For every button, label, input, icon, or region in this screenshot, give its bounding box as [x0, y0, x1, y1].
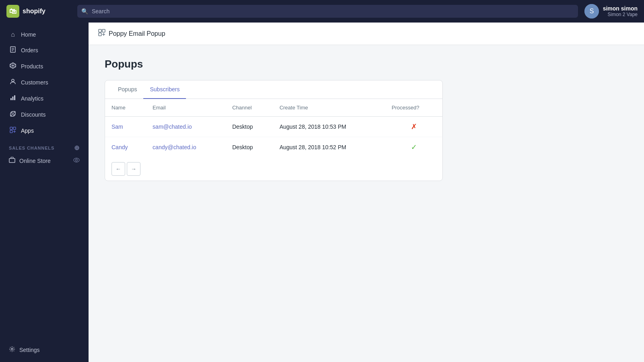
- page-title: Popups: [105, 58, 628, 70]
- sidebar-item-discounts[interactable]: Discounts: [2, 107, 86, 122]
- settings-icon: [9, 346, 15, 354]
- sidebar-item-apps-label: Apps: [21, 128, 34, 134]
- cell-channel-0: Desktop: [226, 117, 273, 137]
- sidebar-item-products-label: Products: [21, 63, 43, 70]
- breadcrumb-app-icon: [98, 29, 105, 38]
- sidebar-item-online-store-label: Online Store: [19, 158, 51, 164]
- home-icon: ⌂: [9, 31, 17, 38]
- sidebar-item-discounts-label: Discounts: [21, 111, 45, 118]
- subscribers-table: Name Email Channel Create Time Processed…: [105, 99, 442, 157]
- col-header-processed: Processed?: [385, 99, 442, 117]
- svg-point-23: [74, 158, 79, 162]
- svg-point-24: [76, 159, 78, 161]
- user-area: S simon simon Simon 2 Vape: [584, 4, 638, 19]
- search-icon: 🔍: [81, 8, 88, 14]
- svg-rect-12: [12, 97, 14, 100]
- cross-icon: ✗: [411, 123, 417, 131]
- col-header-name: Name: [105, 99, 146, 117]
- sidebar-item-online-store[interactable]: Online Store: [2, 153, 86, 168]
- subscribers-card: Popups Subscribers Name Email Channel Cr…: [105, 80, 443, 181]
- cell-name-1[interactable]: Candy: [105, 137, 146, 158]
- svg-point-25: [11, 348, 13, 350]
- cell-email-1[interactable]: candy@chated.io: [146, 137, 226, 158]
- top-nav: 🛍 shopify 🔍 S simon simon Simon 2 Vape: [0, 0, 644, 23]
- cell-email-0[interactable]: sam@chated.io: [146, 117, 226, 137]
- svg-rect-27: [102, 29, 105, 32]
- cell-name-0[interactable]: Sam: [105, 117, 146, 137]
- svg-rect-13: [14, 95, 15, 100]
- svg-rect-28: [99, 33, 101, 36]
- cell-processed-0: ✗: [385, 117, 442, 137]
- add-sales-channel-icon[interactable]: ⊕: [74, 144, 80, 152]
- sidebar-settings-label: Settings: [19, 347, 40, 353]
- sidebar-item-apps[interactable]: Apps: [2, 123, 86, 138]
- sales-channels-label: SALES CHANNELS ⊕: [0, 139, 89, 153]
- svg-rect-26: [99, 29, 101, 32]
- user-info: simon simon Simon 2 Vape: [603, 5, 638, 17]
- page-header: Poppy Email Popup: [89, 23, 644, 45]
- col-header-create-time: Create Time: [273, 99, 385, 117]
- tab-popups[interactable]: Popups: [111, 80, 143, 99]
- orders-icon: [9, 46, 17, 54]
- table-row: Sam sam@chated.io Desktop August 28, 201…: [105, 117, 442, 137]
- sidebar-item-orders[interactable]: Orders: [2, 43, 86, 58]
- sidebar-item-customers-label: Customers: [21, 79, 48, 86]
- svg-rect-11: [10, 98, 12, 100]
- sidebar-item-home[interactable]: ⌂ Home: [2, 27, 86, 42]
- app-body: ⌂ Home Orders Products Customers Analy: [0, 23, 644, 362]
- sidebar-item-home-label: Home: [21, 31, 36, 38]
- col-header-email: Email: [146, 99, 226, 117]
- avatar: S: [584, 4, 599, 19]
- cell-processed-1: ✓: [385, 137, 442, 158]
- svg-line-16: [11, 112, 15, 116]
- search-input[interactable]: [77, 5, 578, 18]
- apps-icon: [9, 127, 17, 135]
- online-store-left: Online Store: [9, 157, 51, 165]
- svg-rect-19: [10, 130, 12, 133]
- table-row: Candy candy@chated.io Desktop August 28,…: [105, 137, 442, 158]
- user-sub: Simon 2 Vape: [603, 12, 638, 17]
- sidebar-item-settings[interactable]: Settings: [0, 342, 89, 357]
- next-page-button[interactable]: →: [127, 162, 140, 176]
- cell-channel-1: Desktop: [226, 137, 273, 158]
- user-name: simon simon: [603, 5, 638, 12]
- logo-text: shopify: [23, 8, 45, 15]
- eye-icon[interactable]: [73, 157, 80, 164]
- pagination: ← →: [105, 157, 442, 181]
- svg-rect-22: [9, 158, 15, 162]
- sidebar: ⌂ Home Orders Products Customers Analy: [0, 23, 89, 362]
- sidebar-item-analytics[interactable]: Analytics: [2, 91, 86, 106]
- col-header-channel: Channel: [226, 99, 273, 117]
- logo: 🛍 shopify: [6, 5, 71, 18]
- cell-createtime-1: August 28, 2018 10:52 PM: [273, 137, 385, 158]
- breadcrumb-title: Poppy Email Popup: [109, 30, 165, 37]
- check-icon: ✓: [411, 143, 417, 151]
- sidebar-item-customers[interactable]: Customers: [2, 75, 86, 90]
- search-bar: 🔍: [77, 5, 578, 18]
- sidebar-item-products[interactable]: Products: [2, 59, 86, 74]
- svg-rect-18: [13, 127, 16, 130]
- svg-text:S: S: [589, 8, 594, 14]
- sidebar-item-analytics-label: Analytics: [21, 95, 43, 102]
- products-icon: [9, 62, 17, 70]
- tab-subscribers[interactable]: Subscribers: [143, 80, 186, 99]
- online-store-icon: [9, 157, 15, 165]
- customers-icon: [9, 78, 17, 86]
- shopify-logo-icon: 🛍: [6, 5, 19, 18]
- tabs: Popups Subscribers: [105, 80, 442, 99]
- prev-page-button[interactable]: ←: [111, 162, 125, 176]
- svg-rect-17: [10, 127, 12, 130]
- main-content: Poppy Email Popup Popups Popups Subscrib…: [89, 23, 644, 362]
- svg-point-10: [12, 79, 14, 82]
- analytics-icon: [9, 95, 17, 103]
- page-body: Popups Popups Subscribers Name Email Cha…: [89, 45, 644, 194]
- cell-createtime-0: August 28, 2018 10:53 PM: [273, 117, 385, 137]
- sidebar-item-orders-label: Orders: [21, 47, 38, 53]
- discounts-icon: [9, 111, 17, 119]
